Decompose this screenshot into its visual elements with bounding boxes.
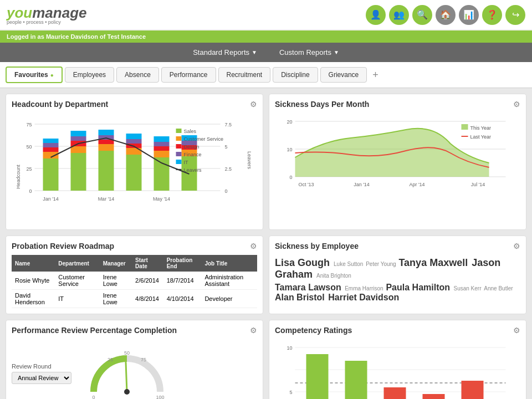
- headcount-widget-header: Headcount by Department ⚙: [12, 100, 257, 109]
- review-round-label: Review Round: [12, 363, 71, 370]
- probation-table-header-row: Name Department Manager Start Date Proba…: [12, 255, 257, 272]
- standard-reports-nav[interactable]: Standard Reports ▼: [187, 46, 263, 59]
- svg-text:7.5: 7.5: [225, 122, 232, 127]
- person-icon[interactable]: 👤: [366, 5, 386, 25]
- svg-rect-27: [126, 155, 142, 191]
- svg-rect-18: [71, 146, 86, 153]
- custom-reports-nav[interactable]: Custom Reports ▼: [274, 46, 345, 59]
- col-job-title: Job Title: [201, 255, 257, 272]
- svg-rect-86: [306, 354, 329, 399]
- col-probation-end: Probation End: [163, 255, 202, 272]
- sick-employee-name: Tanya Maxwell: [398, 257, 470, 268]
- svg-rect-26: [99, 130, 114, 135]
- tab-discipline-label: Discipline: [281, 71, 309, 79]
- sick-employee-name: Emma Harrison: [345, 285, 385, 291]
- svg-text:IT: IT: [184, 160, 189, 165]
- table-cell: Administration Assistant: [201, 272, 257, 290]
- headcount-widget: Headcount by Department ⚙ Headcount Leav…: [6, 94, 263, 230]
- tab-employees[interactable]: Employees: [65, 67, 114, 83]
- svg-rect-17: [71, 153, 86, 191]
- sickness-employee-title: Sickness by Employee: [275, 242, 359, 250]
- sick-employee-name: Harriet Davidson: [328, 293, 399, 302]
- headcount-chart-area: Headcount Leavers 75 50 25 0 7.5 5 2.5 0: [12, 113, 257, 224]
- sickness-month-gear-icon[interactable]: ⚙: [513, 100, 520, 109]
- review-select[interactable]: Annual Review: [12, 372, 71, 384]
- probation-gear-icon[interactable]: ⚙: [250, 242, 257, 250]
- chart-icon[interactable]: 📊: [459, 5, 479, 25]
- y-axis-headcount-label: Headcount: [16, 160, 21, 193]
- probation-header: Probation Review Roadmap ⚙: [12, 242, 257, 250]
- svg-text:This Year: This Year: [470, 125, 492, 131]
- sickness-employee-header: Sickness by Employee ⚙: [275, 242, 520, 250]
- table-cell: 4/10/2014: [163, 290, 202, 308]
- svg-rect-35: [154, 142, 170, 146]
- tab-grievance[interactable]: Grievance: [320, 67, 367, 83]
- gauge-area: Review Round Annual Review 0 25: [12, 339, 257, 399]
- competency-header: Competency Ratings ⚙: [275, 326, 520, 335]
- tab-performance-label: Performance: [170, 71, 208, 79]
- table-cell: 18/7/2014: [163, 272, 202, 290]
- search-icon[interactable]: 🔍: [412, 5, 432, 25]
- tab-performance[interactable]: Performance: [161, 67, 216, 83]
- svg-rect-87: [345, 361, 367, 399]
- people-icon[interactable]: 👥: [389, 5, 409, 25]
- competency-svg: 10 5 0 Maurice Davidson Gordon Cowell Jo…: [275, 339, 520, 399]
- main-content: Headcount by Department ⚙ Headcount Leav…: [0, 88, 532, 399]
- svg-text:50: 50: [26, 144, 32, 150]
- sickness-employee-gear-icon[interactable]: ⚙: [513, 242, 520, 250]
- nav-bar: Standard Reports ▼ Custom Reports ▼: [0, 43, 532, 62]
- headcount-svg: 75 50 25 0 7.5 5 2.5 0: [12, 113, 257, 221]
- home-icon[interactable]: 🏠: [436, 5, 456, 25]
- svg-line-71: [126, 362, 127, 392]
- svg-rect-23: [99, 144, 114, 151]
- svg-text:Design: Design: [184, 144, 200, 150]
- performance-gear-icon[interactable]: ⚙: [250, 326, 257, 335]
- sickness-month-title: Sickness Days Per Month: [275, 100, 369, 109]
- svg-text:Jul '14: Jul '14: [471, 182, 485, 187]
- svg-text:Jan '14: Jan '14: [354, 182, 370, 187]
- logo-you: you: [7, 4, 32, 21]
- headcount-gear-icon[interactable]: ⚙: [250, 100, 257, 109]
- table-cell: Customer Service: [55, 272, 99, 290]
- share-icon[interactable]: ↪: [505, 5, 525, 25]
- table-cell: 2/6/2014: [132, 272, 163, 290]
- table-cell: 4/8/2014: [132, 290, 163, 308]
- svg-rect-21: [71, 131, 86, 136]
- sick-row-2: Tamara Lawson Emma Harrison Paula Hamilt…: [275, 283, 520, 303]
- y-axis-leavers-label: Leavers: [247, 144, 252, 177]
- svg-text:75: 75: [26, 122, 32, 127]
- custom-reports-arrow: ▼: [334, 49, 339, 55]
- svg-rect-67: [462, 124, 468, 130]
- svg-rect-22: [99, 151, 114, 191]
- probation-title: Probation Review Roadmap: [12, 242, 114, 250]
- svg-rect-34: [154, 146, 170, 151]
- svg-rect-16: [43, 139, 59, 143]
- svg-text:Last Year: Last Year: [470, 134, 492, 140]
- header: youmanage people • process • policy 👤 👥 …: [0, 0, 532, 30]
- header-icons: 👤 👥 🔍 🏠 📊 ❓ ↪: [366, 5, 525, 25]
- tab-absence[interactable]: Absence: [116, 67, 159, 83]
- svg-rect-90: [462, 381, 484, 399]
- svg-text:Oct '13: Oct '13: [298, 182, 314, 187]
- svg-text:Apr '14: Apr '14: [409, 182, 424, 187]
- svg-text:5: 5: [289, 390, 292, 395]
- tab-discipline[interactable]: Discipline: [273, 67, 318, 83]
- svg-text:0: 0: [92, 395, 95, 399]
- svg-rect-36: [154, 136, 170, 142]
- help-icon[interactable]: ❓: [482, 5, 502, 25]
- tab-employees-label: Employees: [73, 71, 106, 79]
- svg-text:Customer Service: Customer Service: [184, 136, 224, 142]
- svg-rect-20: [71, 136, 86, 141]
- table-cell: IT: [55, 290, 99, 308]
- tab-recruitment[interactable]: Recruitment: [218, 67, 271, 83]
- competency-gear-icon[interactable]: ⚙: [513, 326, 520, 335]
- svg-rect-24: [99, 140, 114, 144]
- table-cell: Irene Lowe: [100, 290, 132, 308]
- add-tab-button[interactable]: +: [369, 68, 382, 82]
- standard-reports-label: Standard Reports: [193, 48, 249, 57]
- performance-title: Performance Review Percentage Completion: [12, 326, 177, 335]
- svg-text:Sales: Sales: [184, 129, 197, 134]
- performance-header: Performance Review Percentage Completion…: [12, 326, 257, 335]
- review-select-area: Review Round Annual Review: [12, 363, 71, 384]
- tab-favourites[interactable]: Favourites ●: [6, 66, 63, 83]
